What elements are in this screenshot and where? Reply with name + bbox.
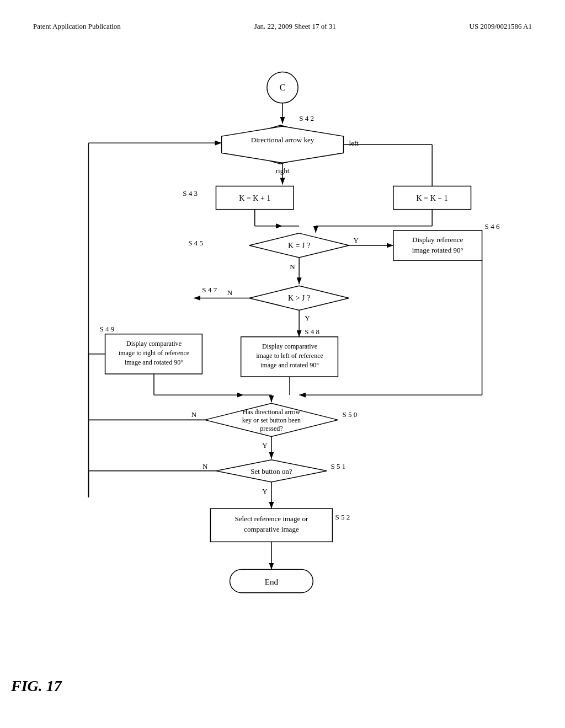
s48-label: S 4 8 xyxy=(305,328,319,336)
s50-N: N xyxy=(191,410,197,419)
s52-label: S 5 2 xyxy=(335,513,350,521)
s51-label: S 5 1 xyxy=(331,462,345,470)
s48-text2: image to left of reference xyxy=(256,352,323,360)
s51-text: Set button on? xyxy=(250,467,292,475)
page: Patent Application Publication Jan. 22, … xyxy=(0,0,565,728)
header-right: US 2009/0021586 A1 xyxy=(470,22,532,31)
s42-label: S 4 2 xyxy=(299,114,314,122)
s50-text1: Has directional arrow xyxy=(243,408,301,416)
s47-text: K > J ? xyxy=(288,293,310,302)
s49-text2: image to right of reference xyxy=(119,349,189,357)
s47-label: S 4 7 xyxy=(202,286,217,294)
s49-text3: image and rotated 90° xyxy=(125,358,183,366)
s52-text2: comparative image xyxy=(244,525,299,533)
header-left: Patent Application Publication xyxy=(33,22,121,31)
s47-N: N xyxy=(227,288,233,297)
s48-text1: Display comparative xyxy=(262,342,317,350)
s50-label: S 5 0 xyxy=(342,410,357,419)
s50-text3: pressed? xyxy=(260,425,282,432)
s45-label: S 4 5 xyxy=(188,239,203,247)
page-header: Patent Application Publication Jan. 22, … xyxy=(33,22,532,31)
s45-Y: Y xyxy=(354,236,359,244)
s46-text2: image rotated 90° xyxy=(412,246,463,254)
flowchart-svg: C S 4 2 Directional arrow key right left… xyxy=(33,47,532,698)
s44-text: K = K − 1 xyxy=(417,194,448,202)
s48-text3: image and rotated 90° xyxy=(260,361,319,369)
s45-text: K = J ? xyxy=(288,241,310,250)
end-text: End xyxy=(265,577,279,586)
header-middle: Jan. 22, 2009 Sheet 17 of 31 xyxy=(254,22,336,31)
s51-Y: Y xyxy=(262,487,268,495)
s45-N: N xyxy=(290,263,295,271)
s49-label: S 4 9 xyxy=(100,325,115,333)
node-C: C xyxy=(280,83,286,92)
s50-text2: key or set button been xyxy=(242,416,301,424)
s51-N: N xyxy=(202,462,208,470)
s52-text1: Select reference image or xyxy=(234,515,308,523)
fig-label: FIG. 17 xyxy=(11,677,62,695)
s43-text: K = K + 1 xyxy=(239,194,270,202)
s43-label: S 4 3 xyxy=(183,189,198,197)
s42-text: Directional arrow key xyxy=(251,136,315,144)
diagram: C S 4 2 Directional arrow key right left… xyxy=(33,47,532,698)
s42-left-label: left xyxy=(349,139,359,147)
svg-marker-4 xyxy=(222,126,344,163)
s50-Y: Y xyxy=(262,441,268,449)
s49-text1: Display comparative xyxy=(126,340,182,347)
s47-Y: Y xyxy=(305,314,310,322)
s46-text1: Display reference xyxy=(412,235,463,244)
s46-label: S 4 6 xyxy=(485,222,500,231)
